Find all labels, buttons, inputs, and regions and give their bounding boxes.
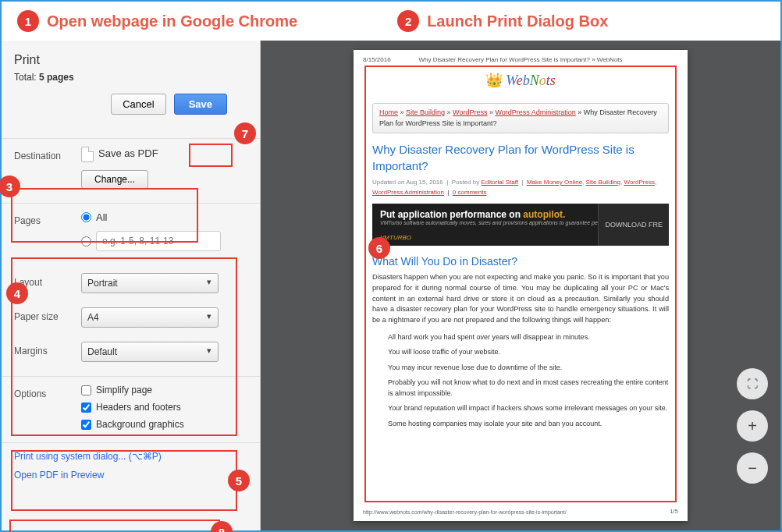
- article-title: Why Disaster Recovery Plan for WordPress…: [372, 141, 669, 174]
- paper-size-select[interactable]: A4: [81, 307, 219, 328]
- pages-all-label: All: [96, 211, 107, 223]
- article-list: All hard work you had spent over years w…: [372, 332, 669, 430]
- destination-label: Destination: [14, 147, 75, 161]
- section-heading: What Will You Do in Disaster?: [372, 255, 669, 268]
- simplify-page-label: Simplify page: [96, 385, 152, 395]
- annotation-badge-1: 1: [17, 10, 39, 32]
- open-pdf-preview-link[interactable]: Open PDF in Preview: [14, 470, 251, 481]
- pages-label: Pages: [14, 211, 75, 226]
- headers-footers-checkbox[interactable]: [81, 403, 91, 413]
- pages-range-radio[interactable]: [81, 236, 91, 246]
- list-item: You will loose traffic of your website.: [388, 347, 669, 358]
- preview-footer-url: http://www.webnots.com/why-disaster-reco…: [363, 509, 567, 515]
- list-item: Your brand reputation will impact if hac…: [388, 403, 669, 414]
- save-button[interactable]: Save: [174, 94, 227, 115]
- system-dialog-link[interactable]: Print using system dialog... (⌥⌘P): [14, 451, 251, 462]
- zoom-out-button[interactable]: −: [737, 452, 768, 484]
- annotation-badge-2: 2: [397, 10, 419, 32]
- annot-3-badge: 3: [0, 176, 20, 197]
- breadcrumb: Home » Site Building » WordPress » WordP…: [372, 103, 669, 133]
- annot-5-badge: 5: [228, 470, 250, 491]
- simplify-page-checkbox[interactable]: [81, 385, 91, 395]
- list-item: You may incur revenue lose due to downti…: [388, 363, 669, 374]
- total-pages: Total: 5 pages: [14, 72, 251, 83]
- annotation-text-2: Launch Print Dialog Box: [427, 12, 608, 30]
- print-settings-pane: Print Total: 5 pages Cancel Save Destina…: [2, 41, 261, 530]
- annot-7-badge: 7: [234, 122, 256, 144]
- options-label: Options: [14, 385, 75, 399]
- margins-label: Margins: [14, 342, 75, 356]
- annotation-text-1: Open webpage in Google Chrome: [47, 12, 297, 30]
- preview-footer-page: 1/5: [670, 508, 678, 515]
- headers-footers-label: Headers and footers: [96, 402, 181, 413]
- preview-header-date: 8/15/2016: [363, 56, 391, 63]
- webnots-logo: 👑 WebNots: [485, 72, 555, 89]
- annot-4-badge: 4: [6, 282, 28, 304]
- preview-page: 8/15/2016 Why Disaster Recovery Plan for…: [354, 50, 688, 521]
- print-title: Print: [14, 53, 251, 67]
- pages-range-input[interactable]: [96, 231, 221, 251]
- crown-icon: 👑: [485, 72, 503, 89]
- article-meta: Updated on Aug 15, 2016 | Posted by Edit…: [372, 179, 669, 186]
- list-item: Probably you will not know what to do ne…: [388, 378, 669, 399]
- fullscreen-button[interactable]: ⛶: [737, 368, 768, 399]
- annot-6-badge: 6: [368, 237, 390, 259]
- annot-8-badge: 8: [211, 521, 233, 532]
- annot-8-box: [9, 520, 220, 532]
- article-body: Disasters happen when you are not expect…: [372, 272, 669, 326]
- ad-banner: Put application performance on autopilot…: [372, 204, 669, 246]
- background-graphics-label: Background graphics: [96, 419, 184, 430]
- destination-value: Save as PDF: [98, 147, 158, 159]
- preview-header-title: Why Disaster Recovery Plan for WordPress…: [418, 56, 622, 63]
- print-preview-pane: 8/15/2016 Why Disaster Recovery Plan for…: [261, 41, 780, 530]
- pdf-icon: [81, 147, 94, 162]
- list-item: Some hosting companies may isolate your …: [388, 419, 669, 430]
- change-destination-button[interactable]: Change...: [81, 170, 148, 189]
- zoom-in-button[interactable]: +: [737, 410, 768, 442]
- cancel-button[interactable]: Cancel: [111, 94, 165, 115]
- background-graphics-checkbox[interactable]: [81, 420, 91, 430]
- layout-select[interactable]: Portrait: [81, 273, 219, 293]
- article-meta-2: WordPress Administration | 0 comments: [372, 189, 669, 196]
- margins-select[interactable]: Default: [81, 342, 219, 362]
- paper-size-label: Paper size: [14, 307, 75, 322]
- annotation-header: 1 Open webpage in Google Chrome 2 Launch…: [2, 2, 780, 41]
- pages-all-radio[interactable]: [81, 212, 91, 222]
- list-item: All hard work you had spent over years w…: [388, 332, 669, 343]
